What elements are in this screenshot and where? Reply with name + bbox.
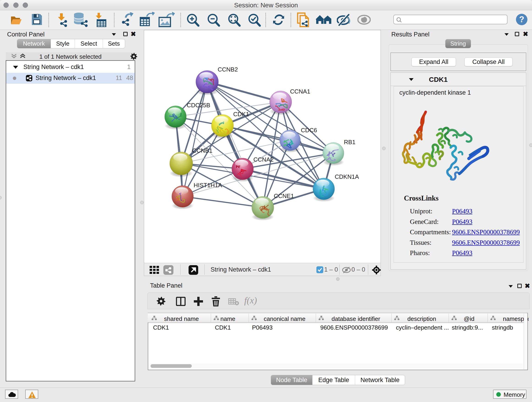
- svg-text:CCNB2: CCNB2: [218, 66, 238, 73]
- svg-text:CDC6: CDC6: [301, 127, 317, 134]
- svg-text:CDK1: CDK1: [233, 111, 249, 118]
- svg-text:CCNB1: CCNB1: [192, 147, 212, 154]
- svg-text:CDC25B: CDC25B: [187, 102, 210, 109]
- svg-text:CCNA2: CCNA2: [253, 156, 273, 163]
- svg-text:CCNE1: CCNE1: [274, 192, 294, 199]
- svg-text:HIST1H1A: HIST1H1A: [194, 182, 222, 189]
- svg-text:CDKN1A: CDKN1A: [335, 173, 359, 180]
- svg-text:CCNA1: CCNA1: [290, 88, 310, 95]
- svg-text:RB1: RB1: [344, 139, 355, 146]
